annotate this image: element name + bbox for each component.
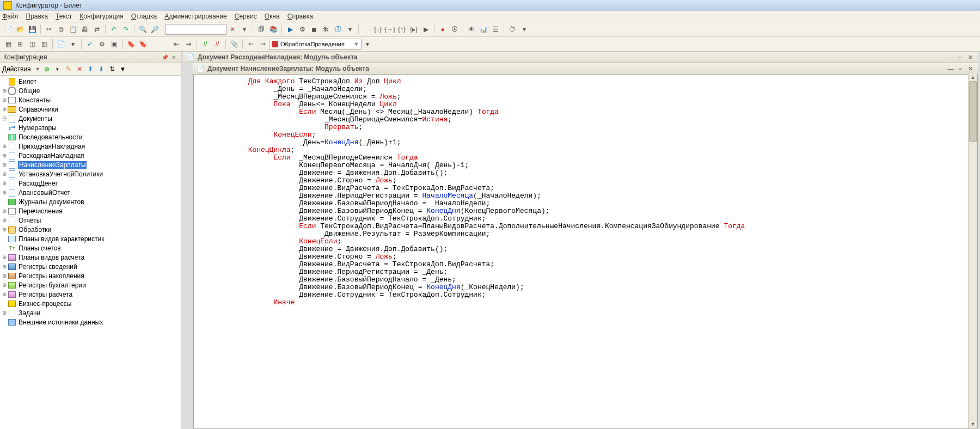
edit-icon[interactable]: ✎ — [64, 65, 73, 73]
extended-icon[interactable]: ⚙ — [97, 39, 107, 49]
eval-icon[interactable]: 📊 — [479, 24, 488, 34]
scroll-up-icon[interactable]: ▲ — [969, 73, 977, 81]
code-line[interactable]: КонецЕсли; — [197, 131, 977, 139]
document-bar-1[interactable]: 📄 Документ РасходнаяНакладная: Модуль об… — [183, 52, 978, 63]
step-over-icon[interactable]: {↓} — [373, 24, 383, 34]
step-into-icon[interactable]: {→} — [385, 24, 395, 34]
menu-item[interactable]: Окна — [265, 13, 280, 20]
code-line[interactable]: Движение.ВидРасчета = ТекСтрокаДоп.ВидРа… — [197, 261, 977, 268]
indent-icon[interactable]: ⇤ — [171, 39, 181, 49]
sort-icon[interactable]: ⇅ — [108, 65, 117, 73]
tree-twisty[interactable]: ⊕ — [1, 310, 8, 316]
dropdown-icon[interactable]: ▾ — [68, 39, 78, 49]
perf-icon[interactable]: ⏱ — [507, 24, 517, 34]
add-icon[interactable]: ⊕ — [42, 65, 51, 73]
run-icon[interactable]: ▶ — [285, 24, 295, 34]
stack-icon[interactable]: ☰ — [491, 24, 500, 34]
form-icon[interactable]: ▣ — [109, 39, 119, 49]
filter-icon[interactable]: ▼ — [119, 65, 127, 73]
dropdown-icon[interactable]: ▾ — [345, 24, 355, 34]
comment-icon[interactable]: // — [200, 39, 210, 49]
tree-node[interactable]: ⊕Регистры бухгалтерии — [0, 280, 181, 290]
tree-node[interactable]: Последовательности — [0, 132, 181, 142]
tree-twisty[interactable]: ⊕ — [1, 226, 8, 232]
tree-node[interactable]: ⊕АвансовыйОтчет — [0, 188, 181, 197]
close-icon[interactable]: ✕ — [966, 65, 975, 72]
tree-twisty[interactable]: ⊕ — [1, 282, 8, 288]
syntax-icon[interactable]: ✓ — [85, 39, 95, 49]
new-icon[interactable]: 📄 — [3, 24, 13, 34]
watch-icon[interactable]: 👁 — [467, 24, 476, 34]
tree-twisty[interactable]: ⊕ — [1, 189, 8, 195]
grid-icon[interactable]: ⊞ — [15, 39, 25, 49]
code-line[interactable]: Движение.БазовыйПериодКонец = КонецДня(_… — [197, 284, 977, 291]
tree-twisty[interactable]: ⊕ — [1, 254, 8, 260]
dropdown-icon[interactable]: ▾ — [519, 24, 529, 34]
code-line[interactable]: Движение.БазовыйПериодКонец = КонецДня(К… — [197, 207, 977, 215]
tree-node[interactable]: Бизнес-процессы — [0, 299, 181, 308]
menu-item[interactable]: Администрирование — [164, 13, 226, 20]
save-icon[interactable]: 💾 — [27, 24, 37, 34]
menu-item[interactable]: Сервис — [235, 13, 257, 20]
tree-twisty[interactable]: ⊕ — [1, 88, 8, 94]
step-out-icon[interactable]: {↑} — [397, 24, 407, 34]
code-line[interactable]: Движение.Сотрудник = ТекСтрокаДоп.Сотруд… — [197, 291, 977, 299]
tree-node[interactable]: ⊕Справочники — [0, 105, 181, 114]
code-line[interactable]: Пока _День<=_КонецНедели Цикл — [197, 101, 977, 108]
tree-twisty[interactable]: ⊕ — [1, 208, 8, 214]
pane-icon[interactable]: ◫ — [27, 39, 37, 49]
copy-icon[interactable]: ⧉ — [56, 24, 66, 34]
delete-icon[interactable]: ✕ — [75, 65, 84, 73]
tree-node[interactable]: ⊕Обработки — [0, 225, 181, 234]
tree-node[interactable]: ⊟Документы — [0, 114, 181, 123]
tree-node[interactable]: ⊕ПриходнаяНакладная — [0, 142, 181, 151]
tree-twisty[interactable]: ⊕ — [1, 152, 8, 158]
actions-label[interactable]: Действия — [2, 65, 31, 73]
code-line[interactable]: Если ТекСтрокаДоп.ВидРасчета=ПланыВидовР… — [197, 223, 977, 230]
code-line[interactable]: Движение.Сторно = Ложь; — [197, 253, 977, 261]
tree-twisty[interactable]: ⊕ — [1, 143, 8, 149]
tree-twisty[interactable]: ⊕ — [1, 263, 8, 269]
maximize-icon[interactable]: ▫ — [956, 54, 965, 61]
stop-icon[interactable]: ◼ — [309, 24, 319, 34]
code-line[interactable]: Движение.ПериодРегистрации = _День; — [197, 268, 977, 276]
filter-icon[interactable]: 🗐 — [256, 24, 266, 34]
code-line[interactable]: Если _МесяцВПериодеСменился Тогда — [197, 154, 977, 162]
code-line[interactable]: Движение.Сотрудник = ТекСтрокаДоп.Сотруд… — [197, 215, 977, 223]
tree-twisty[interactable]: ⊕ — [1, 106, 8, 112]
config-tree[interactable]: Билет⊕Общие⊕Константы⊕Справочники⊟Докуме… — [0, 76, 181, 429]
code-line[interactable]: _МесяцВПериодеСменился = Ложь; — [197, 93, 977, 101]
menu-item[interactable]: Правка — [26, 13, 48, 20]
tree-node[interactable]: ⊕Планы видов расчета — [0, 253, 181, 262]
close-icon[interactable]: ✕ — [966, 54, 975, 61]
dropdown-icon[interactable]: ▾ — [363, 39, 372, 49]
code-line[interactable]: Если Месяц(_День) <> Месяц(_НачалоНедели… — [197, 108, 977, 116]
tree-twisty[interactable]: ⊟ — [1, 115, 8, 121]
menu-item[interactable]: Справка — [287, 13, 313, 20]
code-line[interactable]: _День=КонецДня(_День)+1; — [197, 139, 977, 146]
proc-next-icon[interactable]: ⇒ — [258, 39, 268, 49]
zoom-icon[interactable]: 🔎 — [150, 24, 160, 34]
pin-icon[interactable]: 📌 — [161, 54, 169, 60]
code-line[interactable]: _МесяцВПериодеСменился=Истина; — [197, 116, 977, 124]
next-bookmark-icon[interactable]: 🔖 — [138, 39, 148, 49]
debug-icon[interactable]: ⚙ — [297, 24, 307, 34]
tree-node[interactable]: Внешние источники данных — [0, 317, 181, 327]
menu-item[interactable]: Отладка — [131, 13, 157, 20]
dropdown-icon[interactable]: ▾ — [53, 65, 62, 73]
open-icon[interactable]: 📂 — [15, 24, 25, 34]
code-line[interactable]: КонецПервогоМесяца = НачалоДня(_День)-1; — [197, 162, 977, 169]
up-icon[interactable]: ⬆ — [86, 65, 95, 73]
uncomment-icon[interactable]: // — [212, 39, 222, 49]
document-bar-2[interactable]: 📄 Документ НачислениеЗарплаты: Модуль об… — [193, 63, 978, 75]
menu-item[interactable]: Текст — [56, 13, 72, 20]
tree-node[interactable]: Журналы документов — [0, 197, 181, 206]
code-line[interactable]: Движение.БазовыйПериодНачало = _День; — [197, 276, 977, 284]
paste-icon[interactable]: 📋 — [68, 24, 78, 34]
code-line[interactable]: Движение.ПериодРегистрации = НачалоМесяц… — [197, 192, 977, 200]
tree-node[interactable]: ⊕НачислениеЗарплаты — [0, 160, 181, 169]
find-icon[interactable]: 🔍 — [138, 24, 148, 34]
code-line[interactable]: Движение = Движения.Доп.Добавить(); — [197, 169, 977, 177]
menu-item[interactable]: Файл — [2, 13, 19, 20]
bookmark-icon[interactable]: 🔖 — [126, 39, 136, 49]
